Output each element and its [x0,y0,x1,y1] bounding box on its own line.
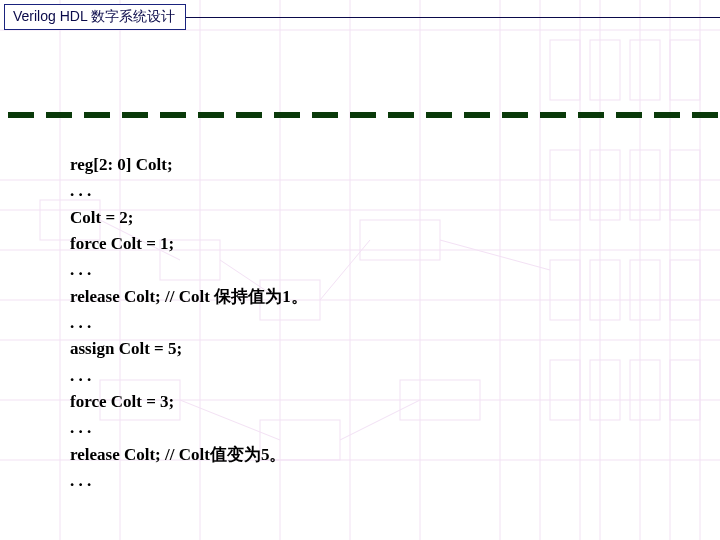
code-line: force Colt = 3; [70,389,308,415]
svg-rect-27 [630,150,660,220]
code-line: release Colt; // Colt 保持值为1。 [70,284,308,310]
dashed-separator [8,112,712,120]
svg-rect-36 [670,360,700,420]
svg-rect-25 [550,150,580,220]
code-line: force Colt = 1; [70,231,308,257]
svg-rect-32 [670,260,700,320]
svg-rect-33 [550,360,580,420]
svg-rect-35 [630,360,660,420]
page-title: Verilog HDL 数字系统设计 [13,8,175,24]
svg-rect-34 [590,360,620,420]
code-line: . . . [70,363,308,389]
svg-rect-23 [630,40,660,100]
code-line: release Colt; // Colt值变为5。 [70,442,308,468]
code-line: . . . [70,178,308,204]
code-block: reg[2: 0] Colt; . . . Colt = 2; force Co… [70,152,308,494]
svg-line-47 [440,240,550,270]
code-line: . . . [70,468,308,494]
svg-rect-43 [400,380,480,420]
svg-rect-22 [590,40,620,100]
code-line: assign Colt = 5; [70,336,308,362]
code-line: . . . [70,310,308,336]
svg-rect-40 [360,220,440,260]
svg-rect-26 [590,150,620,220]
svg-line-46 [320,240,370,300]
code-line: reg[2: 0] Colt; [70,152,308,178]
svg-line-49 [340,400,420,440]
code-line: . . . [70,257,308,283]
svg-rect-28 [670,150,700,220]
header-rule [170,17,720,18]
svg-rect-21 [550,40,580,100]
page-header-box: Verilog HDL 数字系统设计 [4,4,186,30]
code-line: . . . [70,415,308,441]
svg-rect-29 [550,260,580,320]
svg-rect-30 [590,260,620,320]
svg-rect-24 [670,40,700,100]
code-line: Colt = 2; [70,205,308,231]
svg-rect-31 [630,260,660,320]
